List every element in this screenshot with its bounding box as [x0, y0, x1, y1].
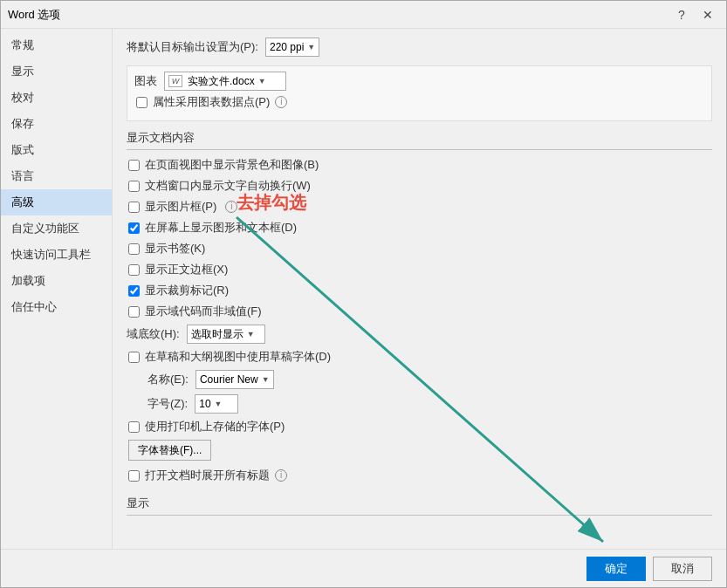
checkbox-printer-row: 使用打印机上存储的字体(P): [127, 419, 712, 434]
checkbox-row-4: 在屏幕上显示图形和文本框(D): [127, 220, 712, 236]
sidebar-item-general[interactable]: 常规: [1, 32, 112, 58]
cancel-button[interactable]: 取消: [653, 557, 712, 581]
checkbox-field-codes[interactable]: [128, 306, 140, 318]
help-button[interactable]: ?: [670, 5, 693, 24]
chart-file-arrow: ▼: [258, 77, 266, 85]
checkbox-row-3: 显示图片框(P) i: [127, 199, 712, 215]
close-button[interactable]: ✕: [696, 5, 719, 24]
dialog-footer: 确定 取消: [1, 549, 726, 587]
checkbox-bg-image-label[interactable]: 在页面视图中显示背景色和图像(B): [145, 157, 319, 173]
sidebar-item-display[interactable]: 显示: [1, 58, 112, 85]
title-bar: Word 选项 ? ✕: [1, 1, 726, 29]
chart-checkbox-row: 属性采用图表数据点(P) i: [134, 94, 704, 110]
chart-row: 图表 W 实验文件.docx ▼: [134, 72, 704, 91]
checkbox-expand-row: 打开文档时展开所有标题 i: [127, 468, 712, 483]
ok-button[interactable]: 确定: [586, 557, 646, 581]
checkbox-crop-marks[interactable]: [128, 285, 140, 297]
font-size-label: 字号(Z):: [147, 396, 188, 412]
checkbox-text-wrap[interactable]: [128, 181, 140, 192]
sidebar-item-trust-center[interactable]: 信任中心: [1, 294, 112, 320]
font-name-row: 名称(E): Courier New ▼: [127, 370, 712, 389]
sidebar: 常规 显示 校对 保存 版式 语言 高级 自定义功能区 快速访问工具栏 加载项 …: [1, 29, 113, 549]
display-section2-header: 显示: [127, 496, 712, 516]
checkbox-field-codes-label[interactable]: 显示域代码而非域值(F): [145, 304, 262, 319]
field-shading-row: 域底纹(H): 选取时显示 ▼: [127, 325, 712, 344]
field-shading-select[interactable]: 选取时显示 ▼: [187, 325, 265, 344]
font-sub-row: 字体替换(F)...: [127, 440, 712, 461]
checkbox-printer-fonts[interactable]: [128, 421, 140, 433]
font-size-select[interactable]: 10 ▼: [195, 394, 238, 414]
field-shading-label: 域底纹(H):: [127, 326, 180, 342]
field-shading-arrow: ▼: [247, 330, 255, 338]
display-section-header: 显示文档内容: [127, 130, 712, 150]
checkbox-row-6: 显示正文边框(X): [127, 262, 712, 277]
title-bar-left: Word 选项: [8, 7, 60, 23]
sidebar-item-quick-access[interactable]: 快速访问工具栏: [1, 242, 112, 268]
checkbox-shapes-label[interactable]: 在屏幕上显示图形和文本框(D): [145, 220, 297, 236]
checkbox-draft-font[interactable]: [128, 352, 140, 363]
checkbox-bookmarks-label[interactable]: 显示书签(K): [145, 241, 205, 256]
ppi-select[interactable]: 220 ppi ▼: [265, 38, 319, 57]
file-icon: W: [168, 75, 182, 87]
checkbox-row-2: 文档窗口内显示文字自动换行(W): [127, 178, 712, 194]
checkbox-text-wrap-label[interactable]: 文档窗口内显示文字自动换行(W): [145, 178, 311, 194]
sidebar-item-customize-ribbon[interactable]: 自定义功能区: [1, 215, 112, 242]
title-bar-right: ? ✕: [670, 5, 719, 24]
sidebar-item-addins[interactable]: 加载项: [1, 268, 112, 294]
chart-checkbox-label[interactable]: 属性采用图表数据点(P): [153, 94, 270, 110]
sidebar-item-proofing[interactable]: 校对: [1, 85, 112, 111]
checkbox-expand-label[interactable]: 打开文档时展开所有标题: [145, 468, 270, 483]
checkbox-draft-row: 在草稿和大纲视图中使用草稿字体(D): [127, 349, 712, 365]
checkbox-text-border-label[interactable]: 显示正文边框(X): [145, 262, 228, 277]
sidebar-item-layout[interactable]: 版式: [1, 137, 112, 163]
checkbox-text-border[interactable]: [128, 264, 140, 276]
font-name-arrow: ▼: [262, 375, 270, 384]
checkbox-expand-headings[interactable]: [128, 470, 140, 482]
chart-label: 图表: [134, 73, 157, 89]
ppi-label: 将默认目标输出设置为(P):: [127, 39, 258, 55]
checkbox-row-8: 显示域代码而非域值(F): [127, 304, 712, 319]
chart-section: 图表 W 实验文件.docx ▼ 属性采用图表数据点(P) i: [127, 65, 712, 121]
content-scroll[interactable]: 将默认目标输出设置为(P): 220 ppi ▼ 图表 W 实验文件.docx …: [113, 29, 726, 549]
font-sub-button[interactable]: 字体替换(F)...: [128, 440, 211, 461]
font-name-label: 名称(E):: [147, 372, 189, 387]
checkbox-printer-label[interactable]: 使用打印机上存储的字体(P): [145, 419, 285, 434]
font-size-arrow: ▼: [215, 400, 223, 408]
checkbox-shapes[interactable]: [128, 222, 140, 234]
checkbox-bg-image[interactable]: [128, 160, 140, 171]
ppi-select-arrow: ▼: [307, 43, 315, 51]
checkbox-row-5: 显示书签(K): [127, 241, 712, 256]
checkbox-crop-marks-label[interactable]: 显示裁剪标记(R): [145, 283, 229, 298]
sidebar-item-language[interactable]: 语言: [1, 163, 112, 189]
font-size-row: 字号(Z): 10 ▼: [127, 394, 712, 414]
dialog-title: Word 选项: [8, 7, 60, 23]
checkbox-picture-frame[interactable]: [128, 202, 140, 213]
sidebar-item-advanced[interactable]: 高级: [1, 189, 112, 215]
main-content: 将默认目标输出设置为(P): 220 ppi ▼ 图表 W 实验文件.docx …: [113, 29, 726, 549]
chart-info-icon[interactable]: i: [275, 96, 287, 108]
ppi-row: 将默认目标输出设置为(P): 220 ppi ▼: [127, 38, 712, 57]
chart-data-checkbox[interactable]: [136, 97, 147, 108]
checkbox-draft-label[interactable]: 在草稿和大纲视图中使用草稿字体(D): [145, 349, 331, 365]
font-name-select[interactable]: Courier New ▼: [195, 370, 274, 389]
checkbox-bookmarks[interactable]: [128, 243, 140, 255]
checkbox-row-7: 显示裁剪标记(R): [127, 283, 712, 298]
sidebar-item-save[interactable]: 保存: [1, 111, 112, 137]
checkbox-picture-frame-label[interactable]: 显示图片框(P): [145, 199, 216, 215]
expand-info-icon[interactable]: i: [275, 469, 287, 482]
checkbox-row-1: 在页面视图中显示背景色和图像(B): [127, 157, 712, 173]
picture-frame-info-icon[interactable]: i: [225, 201, 237, 213]
chart-file-select[interactable]: W 实验文件.docx ▼: [164, 72, 286, 91]
dialog-body: 常规 显示 校对 保存 版式 语言 高级 自定义功能区 快速访问工具栏 加载项 …: [1, 29, 726, 549]
word-options-dialog: Word 选项 ? ✕ 常规 显示 校对 保存 版式 语言 高级 自定义功能区 …: [0, 0, 727, 588]
